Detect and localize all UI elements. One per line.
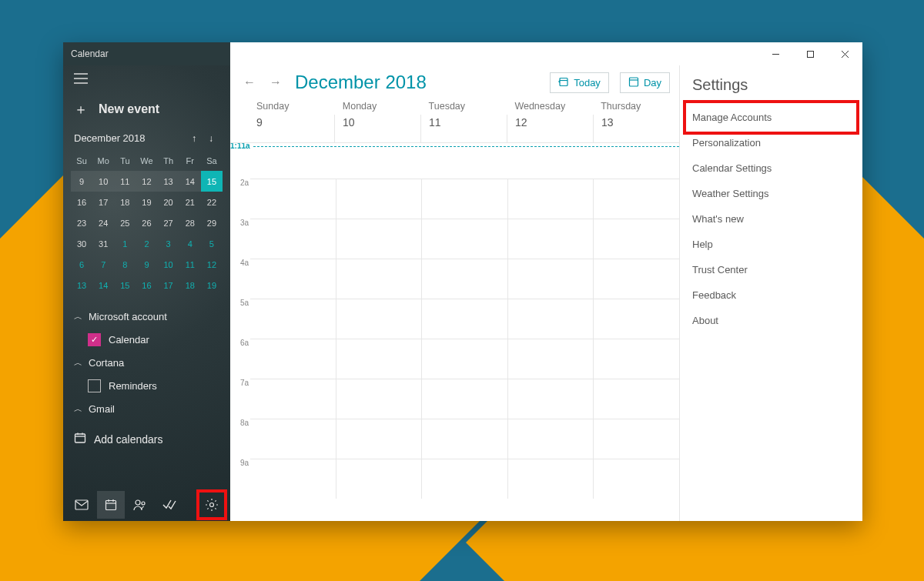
time-cell[interactable] [336,379,422,419]
prev-period-button[interactable]: ← [239,72,259,92]
add-calendars-button[interactable]: Add calendars [63,422,230,456]
mini-cal-day[interactable]: 17 [92,192,114,212]
mini-cal-day[interactable]: 31 [92,233,114,254]
mini-cal-day[interactable]: 15 [114,275,136,296]
mini-cal-day[interactable]: 16 [71,192,92,212]
mini-cal-day[interactable]: 12 [201,254,223,275]
mini-cal-day[interactable]: 10 [158,254,179,275]
time-cell[interactable] [507,259,594,299]
time-cell[interactable] [336,299,422,339]
time-cell[interactable] [593,219,679,259]
view-switch-button[interactable]: Day [620,72,670,93]
close-button[interactable] [828,42,862,65]
settings-button[interactable] [198,491,226,519]
settings-item[interactable]: Trust Center [692,257,850,282]
date-cell[interactable]: 10 [334,115,420,142]
time-cell[interactable] [593,339,679,379]
settings-item[interactable]: Help [692,232,850,257]
mini-cal-day[interactable]: 9 [71,171,92,192]
mini-cal-day[interactable]: 26 [136,212,157,233]
mini-cal-day[interactable]: 9 [136,254,157,275]
calendar-toggle[interactable]: Reminders [68,375,226,397]
account-header[interactable]: ︿Cortana [68,351,226,375]
calendar-toggle[interactable]: ✓Calendar [68,329,226,351]
account-header[interactable]: ︿Gmail [68,397,226,421]
mini-cal-day[interactable]: 6 [71,254,92,275]
time-cell[interactable] [507,419,594,459]
time-cell[interactable] [593,179,679,219]
time-cell[interactable] [250,379,336,419]
hamburger-button[interactable] [63,65,230,94]
settings-item[interactable]: Feedback [692,282,850,308]
date-cell[interactable]: 12 [507,115,593,142]
time-grid[interactable]: 1:11a 2a3a4a5a6a7a8a9a [230,143,679,521]
people-button[interactable] [126,491,154,519]
time-cell[interactable] [250,339,336,379]
mini-cal-prev[interactable]: ↑ [186,133,203,144]
time-cell[interactable] [507,339,594,379]
time-cell[interactable] [336,179,422,219]
mini-cal-day[interactable]: 8 [114,254,136,275]
time-cell[interactable] [250,419,336,459]
mini-cal-day[interactable]: 1 [114,233,136,254]
time-cell[interactable] [507,299,594,339]
mail-button[interactable] [68,491,95,519]
mini-cal-next[interactable]: ↓ [203,133,219,144]
mini-cal-day[interactable]: 12 [136,171,157,192]
settings-item[interactable]: Manage Accounts [688,105,855,130]
time-cell[interactable] [421,299,507,339]
time-cell[interactable] [421,179,507,219]
time-cell[interactable] [250,299,336,339]
time-cell[interactable] [421,459,507,499]
mini-cal-day[interactable]: 15 [201,171,223,192]
settings-item[interactable]: What's new [692,206,850,232]
mini-cal-day[interactable]: 14 [92,275,114,296]
checkbox[interactable] [88,379,101,392]
time-cell[interactable] [336,419,422,459]
mini-cal-day[interactable]: 25 [114,212,136,233]
mini-cal-day[interactable]: 19 [136,192,157,212]
mini-cal-day[interactable]: 18 [114,192,136,212]
time-cell[interactable] [593,259,679,299]
mini-cal-day[interactable]: 23 [71,212,92,233]
mini-cal-day[interactable]: 18 [179,275,201,296]
today-button[interactable]: Today [550,72,609,93]
mini-cal-day[interactable]: 11 [179,254,201,275]
time-cell[interactable] [593,379,679,419]
date-cell[interactable]: 13 [593,115,679,142]
mini-cal-day[interactable]: 27 [158,212,179,233]
time-cell[interactable] [593,299,679,339]
new-event-button[interactable]: ＋ New event [63,94,230,129]
mini-cal-day[interactable]: 29 [201,212,223,233]
minimize-button[interactable] [758,42,793,65]
mini-cal-day[interactable]: 3 [158,233,179,254]
time-cell[interactable] [593,419,679,459]
time-cell[interactable] [250,259,336,299]
maximize-button[interactable] [793,42,828,65]
date-cell[interactable]: 11 [420,115,507,142]
date-cell[interactable]: 9 [249,115,334,142]
mini-cal-day[interactable]: 22 [201,192,223,212]
mini-cal-day[interactable]: 11 [114,171,136,192]
time-cell[interactable] [336,339,422,379]
time-cell[interactable] [421,379,507,419]
mini-cal-month[interactable]: December 2018 [74,132,186,144]
time-cell[interactable] [250,219,336,259]
mini-cal-day[interactable]: 21 [179,192,201,212]
time-cell[interactable] [336,259,422,299]
time-cell[interactable] [250,179,336,219]
checkbox[interactable]: ✓ [88,333,101,346]
mini-cal-day[interactable]: 7 [92,254,114,275]
mini-cal-day[interactable]: 17 [158,275,179,296]
time-cell[interactable] [421,259,507,299]
time-cell[interactable] [507,219,594,259]
time-cell[interactable] [421,219,507,259]
account-header[interactable]: ︿Microsoft account [68,305,226,329]
time-cell[interactable] [336,219,422,259]
time-cell[interactable] [336,459,422,499]
next-period-button[interactable]: → [266,72,286,92]
mini-cal-day[interactable]: 30 [71,233,92,254]
mini-cal-day[interactable]: 14 [179,171,201,192]
calendar-button[interactable] [97,491,125,519]
mini-cal-day[interactable]: 13 [158,171,179,192]
